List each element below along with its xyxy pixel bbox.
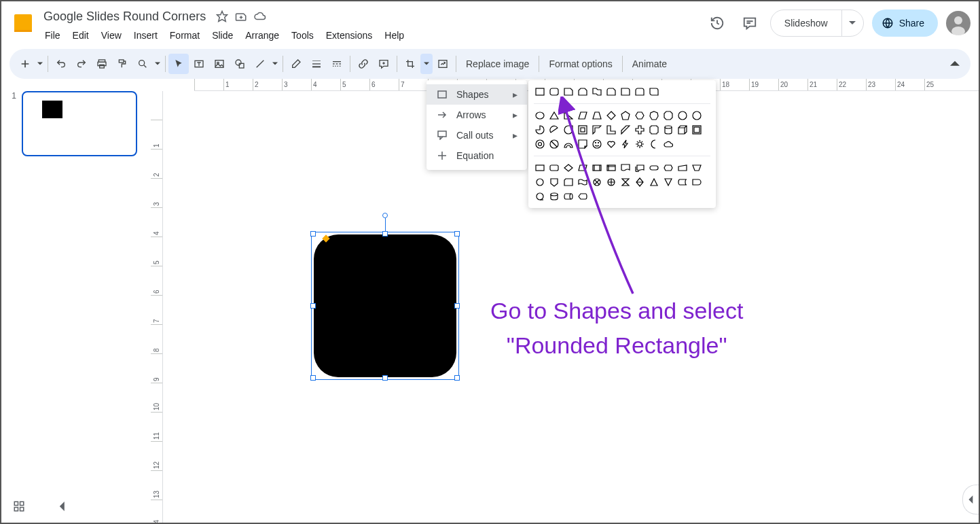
menu-help[interactable]: Help: [379, 27, 410, 43]
shape-fc-multi-doc[interactable]: [634, 162, 646, 174]
format-options-button[interactable]: Format options: [542, 58, 619, 69]
resize-handle-bm[interactable]: [382, 375, 388, 381]
shape-frame[interactable]: [577, 124, 589, 136]
reset-image-button[interactable]: [433, 54, 453, 74]
shape-fc-data[interactable]: [577, 162, 589, 174]
shape-pentagon[interactable]: [619, 109, 632, 122]
shape-fc-manual-input[interactable]: [676, 162, 689, 174]
slideshow-caret[interactable]: [841, 10, 863, 36]
shape-heart[interactable]: [605, 138, 617, 150]
resize-handle-tm[interactable]: [382, 231, 388, 237]
shape-cube[interactable]: [676, 124, 689, 136]
shape-snip-same[interactable]: [577, 86, 589, 98]
resize-handle-mr[interactable]: [454, 303, 460, 309]
shape-fc-predefined[interactable]: [591, 162, 603, 174]
shape-fc-collate[interactable]: [619, 176, 632, 188]
menu-extensions[interactable]: Extensions: [321, 27, 378, 43]
border-weight-button[interactable]: [306, 54, 327, 74]
add-comment-button[interactable]: [374, 54, 394, 74]
mask-caret[interactable]: [420, 54, 433, 74]
shape-button[interactable]: [230, 54, 250, 74]
redo-button[interactable]: [71, 54, 92, 74]
shape-snip-round[interactable]: [605, 86, 617, 98]
comment-icon[interactable]: [738, 11, 762, 35]
shape-plaque[interactable]: [648, 124, 660, 136]
shape-fc-sort[interactable]: [634, 176, 646, 188]
shape-dodecagon[interactable]: [691, 109, 703, 122]
grid-view-button[interactable]: [10, 497, 29, 516]
user-avatar[interactable]: [946, 11, 970, 35]
link-button[interactable]: [353, 54, 374, 74]
textbox-button[interactable]: [189, 54, 209, 74]
collapse-toolbar-button[interactable]: [945, 54, 965, 74]
shape-rounded-rectangle[interactable]: [548, 86, 560, 98]
shape-l-shape[interactable]: [605, 124, 617, 136]
shape-fc-display[interactable]: [577, 190, 589, 203]
shape-round-diagonal[interactable]: [648, 86, 660, 98]
undo-button[interactable]: [51, 54, 71, 74]
shape-half-frame[interactable]: [591, 124, 603, 136]
line-caret[interactable]: [270, 61, 280, 67]
shape-teardrop[interactable]: [562, 124, 575, 136]
shape-fc-directaccess[interactable]: [562, 190, 575, 203]
document-title[interactable]: Google Slides Round Corners: [39, 8, 210, 25]
resize-handle-tr[interactable]: [454, 231, 460, 237]
shape-round-same[interactable]: [634, 86, 646, 98]
shape-rectangle[interactable]: [534, 86, 546, 98]
crop-button[interactable]: [400, 54, 420, 74]
print-button[interactable]: [92, 54, 112, 74]
border-color-button[interactable]: [286, 54, 306, 74]
shape-fc-magdisk[interactable]: [548, 190, 560, 203]
line-button[interactable]: [250, 54, 270, 74]
shape-fc-manual-op[interactable]: [691, 162, 703, 174]
shape-fc-card[interactable]: [562, 176, 575, 188]
slide-thumbnail-1[interactable]: [22, 91, 137, 156]
menu-arrange[interactable]: Arrange: [240, 27, 285, 43]
shape-snip-diagonal[interactable]: [591, 86, 603, 98]
menu-format[interactable]: Format: [164, 27, 205, 43]
resize-handle-bl[interactable]: [310, 375, 316, 381]
shape-fc-terminator[interactable]: [648, 162, 660, 174]
shape-fc-merge[interactable]: [662, 176, 674, 188]
shape-fc-internal[interactable]: [605, 162, 617, 174]
rotation-handle[interactable]: [382, 213, 388, 218]
resize-handle-tl[interactable]: [310, 231, 316, 237]
image-button[interactable]: [209, 54, 230, 74]
shape-bevel[interactable]: [691, 124, 703, 136]
shape-pie[interactable]: [534, 124, 546, 136]
shape-fc-process[interactable]: [534, 162, 546, 174]
mask-menu-callouts[interactable]: Call outs ▸: [427, 125, 527, 145]
shape-fc-extract[interactable]: [648, 176, 660, 188]
menu-tools[interactable]: Tools: [286, 27, 319, 43]
shape-chord[interactable]: [548, 124, 560, 136]
shape-smiley[interactable]: [591, 138, 603, 150]
shape-can[interactable]: [662, 124, 674, 136]
shape-decagon[interactable]: [676, 109, 689, 122]
vertical-ruler[interactable]: 1234567891011121314: [151, 91, 163, 524]
shape-fc-decision[interactable]: [562, 162, 575, 174]
shape-donut[interactable]: [534, 138, 546, 150]
shape-fc-or[interactable]: [605, 176, 617, 188]
shape-fc-seqstorage[interactable]: [534, 190, 546, 203]
shape-fc-offpage[interactable]: [548, 176, 560, 188]
menu-insert[interactable]: Insert: [128, 27, 163, 43]
mask-menu-equation[interactable]: Equation: [427, 145, 527, 166]
paint-format-button[interactable]: [112, 54, 132, 74]
shape-no-symbol[interactable]: [548, 138, 560, 150]
selected-shape[interactable]: [314, 234, 456, 377]
shape-lightning[interactable]: [619, 138, 632, 150]
shape-fc-tape[interactable]: [577, 176, 589, 188]
shape-cross[interactable]: [634, 124, 646, 136]
shape-oval[interactable]: [534, 109, 546, 122]
history-icon[interactable]: [705, 11, 729, 35]
shape-moon[interactable]: [648, 138, 660, 150]
mask-menu-arrows[interactable]: Arrows ▸: [427, 105, 527, 125]
shape-cloud[interactable]: [662, 138, 674, 150]
shape-fc-document[interactable]: [619, 162, 632, 174]
app-logo[interactable]: [10, 10, 37, 37]
zoom-button[interactable]: [132, 54, 153, 74]
animate-button[interactable]: Animate: [625, 58, 674, 69]
share-button[interactable]: Share: [872, 10, 938, 37]
slideshow-button[interactable]: Slideshow: [771, 10, 841, 36]
shape-diamond[interactable]: [605, 109, 617, 122]
